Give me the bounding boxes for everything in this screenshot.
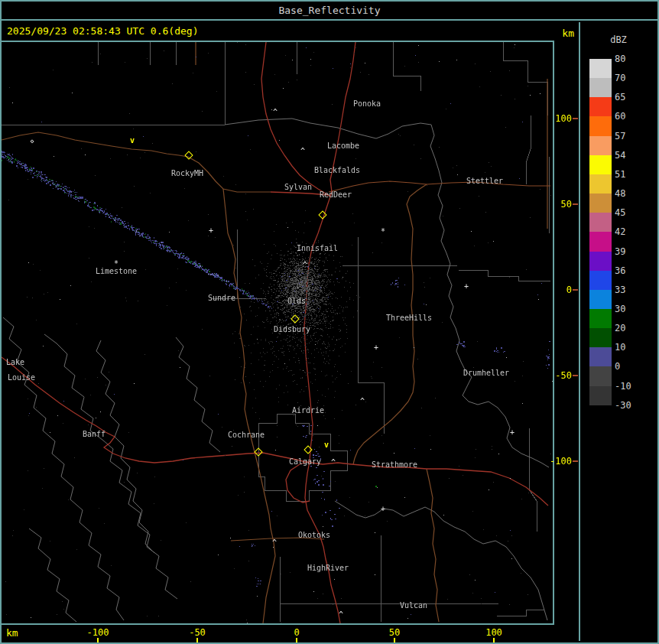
- map-point-symbol: ⋄: [30, 137, 34, 145]
- city-label: Innisfail: [264, 244, 371, 252]
- map-point-symbol: ^: [331, 458, 336, 467]
- colorbar-boundary-label: 65: [615, 92, 653, 102]
- y-axis-unit-label: km: [562, 28, 574, 39]
- map-point-symbol: +: [510, 428, 515, 437]
- colorbar-title: dBZ: [580, 34, 657, 45]
- colorbar-swatch: [589, 347, 612, 367]
- y-axis-tick-label: -50: [541, 370, 572, 381]
- colorbar-boundary-label: 57: [615, 131, 653, 141]
- colorbar-swatch: [589, 328, 612, 348]
- colorbar-swatch: [589, 271, 612, 291]
- colorbar-swatch: [589, 194, 612, 213]
- city-label: Louise: [2, 373, 75, 382]
- colorbar-boundary-label: 33: [615, 285, 653, 295]
- x-axis-tick-label: 0: [274, 627, 320, 638]
- city-label: Didsbury: [239, 325, 346, 333]
- y-axis-tick-mark: [573, 203, 578, 205]
- x-axis-tick-label: -50: [174, 627, 220, 638]
- title-bar: Base_Reflectivity: [2, 2, 657, 21]
- colorbar-boundary-label: 30: [615, 304, 653, 314]
- city-label: Blackfalds: [284, 166, 391, 174]
- y-axis-tick-label: 0: [541, 285, 572, 295]
- radar-site-marker[interactable]: [184, 151, 193, 159]
- x-axis-unit-label: km: [6, 627, 18, 639]
- city-label: RockyMH: [134, 169, 241, 177]
- radar-site-marker[interactable]: [291, 314, 299, 323]
- y-axis-tick-mark: [573, 460, 578, 462]
- colorbar-boundary-label: 54: [615, 150, 653, 161]
- colorbar-boundary-label: 80: [615, 54, 653, 64]
- colorbar-swatch: [589, 366, 612, 386]
- y-axis-tick-mark: [573, 375, 578, 376]
- colorbar-swatch: [589, 136, 612, 156]
- y-axis-tick-label: -100: [541, 456, 572, 467]
- city-label: Strathmore: [341, 460, 448, 469]
- radar-site-marker[interactable]: [254, 447, 262, 456]
- colorbar-boundary-label: 45: [615, 207, 653, 218]
- city-label: RedDeer: [282, 190, 389, 199]
- colorbar-swatch: [589, 174, 612, 194]
- map-point-symbol: +: [381, 505, 385, 513]
- y-axis-strip: km 100500-50-100: [554, 22, 579, 641]
- city-label: Lake: [2, 358, 69, 366]
- city-label: Limestone: [63, 267, 170, 275]
- scan-timestamp: 2025/09/23 02:58:43 UTC 0.6(deg): [7, 25, 198, 37]
- map-point-symbol: +: [209, 226, 213, 235]
- city-label: Olds: [243, 297, 350, 305]
- city-label: Lacombe: [290, 141, 397, 150]
- city-label: HighRiver: [274, 564, 381, 572]
- colorbar-swatch: [589, 213, 612, 233]
- colorbar-boundary-label: 0: [615, 361, 653, 372]
- map-point-symbol: ^: [272, 538, 277, 547]
- x-axis-tick-mark: [394, 638, 395, 642]
- colorbar-boundary-label: 51: [615, 169, 653, 180]
- colorbar-swatch: [589, 97, 612, 117]
- map-point-symbol: +: [464, 282, 469, 291]
- city-label: Cochrane: [193, 431, 300, 439]
- city-label: Banff: [41, 430, 148, 438]
- colorbar-boundary-label: 42: [615, 226, 653, 237]
- yellow-arrow-marker: v: [324, 441, 329, 449]
- color-scale-panel: dBZ 807065605754514845423936333020100-10…: [579, 22, 659, 641]
- city-label: Vulcan: [360, 601, 467, 610]
- colorbar-swatch: [589, 252, 612, 272]
- x-axis-tick-mark: [493, 638, 495, 642]
- colorbar-swatch: [589, 116, 612, 136]
- y-axis-tick-label: 50: [541, 199, 572, 210]
- x-axis-tick-label: -100: [75, 627, 121, 638]
- colorbar-boundary-label: -10: [615, 381, 653, 392]
- colorbar-swatch: [589, 155, 612, 175]
- colorbar-swatch: [589, 59, 612, 79]
- city-label: Airdrie: [255, 406, 362, 415]
- city-label: Drumheller: [433, 369, 540, 377]
- status-bar: 2025/09/23 02:58:43 UTC 0.6(deg): [2, 22, 554, 41]
- colorbar-boundary-label: 70: [615, 73, 653, 83]
- map-point-symbol: +: [374, 343, 378, 352]
- colorbar-swatch: [589, 290, 612, 310]
- map-annotation-layer: PonokaLacombeBlackfaldsSylvanRedDeerStet…: [2, 42, 553, 623]
- x-axis-tick-mark: [97, 638, 99, 642]
- map-point-symbol: ^: [300, 147, 305, 155]
- y-axis-tick-mark: [573, 118, 578, 119]
- radar-map-display[interactable]: PonokaLacombeBlackfaldsSylvanRedDeerStet…: [2, 41, 554, 625]
- colorbar-swatch: [589, 309, 612, 329]
- x-axis-tick-mark: [196, 638, 198, 642]
- colorbar-swatch: [589, 386, 612, 406]
- city-label: Stettler: [431, 177, 538, 185]
- map-point-symbol: ^: [360, 397, 365, 405]
- radar-site-marker[interactable]: [304, 445, 312, 454]
- y-axis-tick-label: 100: [541, 113, 572, 124]
- map-point-symbol: ^: [303, 261, 307, 269]
- city-label: Ponoka: [313, 99, 420, 108]
- colorbar-swatch: [589, 78, 612, 98]
- colorbar-boundary-label: 20: [615, 323, 653, 333]
- radar-site-marker[interactable]: [318, 210, 326, 219]
- colorbar-boundary-label: 10: [615, 342, 653, 353]
- x-axis-tick-label: 50: [372, 627, 417, 638]
- map-point-symbol: *: [381, 227, 385, 236]
- colorbar-boundary-label: -30: [615, 400, 653, 411]
- colorbar-boundary-label: 36: [615, 265, 653, 276]
- city-label: ThreeHills: [355, 314, 463, 322]
- y-axis-tick-mark: [573, 289, 578, 291]
- map-point-symbol: ^: [273, 108, 278, 116]
